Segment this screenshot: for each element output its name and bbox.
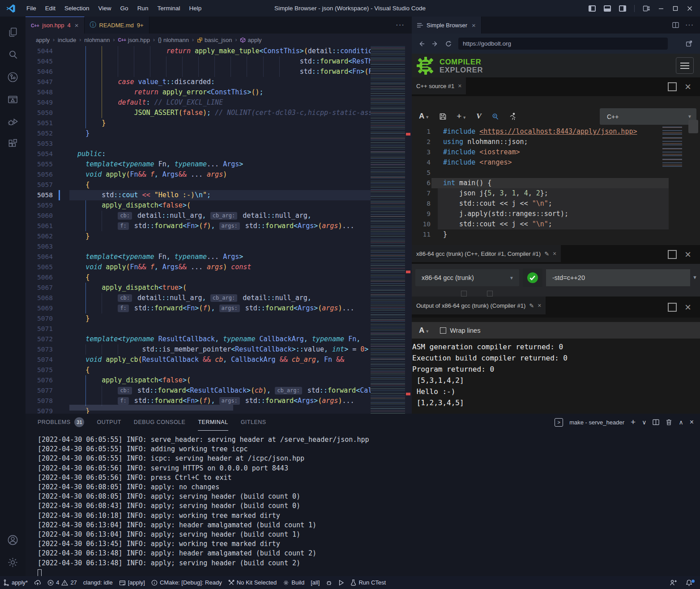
font-size-icon[interactable]: A▼	[419, 326, 429, 335]
save-icon[interactable]	[439, 113, 447, 120]
menu-run[interactable]: Run	[133, 3, 153, 13]
maximize-pane-icon[interactable]	[668, 250, 677, 259]
terminal-dropdown-icon[interactable]: ∨	[642, 419, 646, 426]
vim-mode-icon[interactable]: V	[476, 112, 481, 121]
split-terminal-icon[interactable]	[653, 419, 659, 425]
godbolt-source-editor[interactable]: 1234567891011 #include <https://localhos…	[412, 127, 700, 245]
breadcrumb-item[interactable]: include	[58, 37, 76, 43]
menu-file[interactable]: File	[22, 3, 41, 13]
run-and-debug-icon[interactable]	[2, 110, 24, 133]
kill-terminal-trash-icon[interactable]	[666, 419, 672, 426]
forward-icon[interactable]	[431, 40, 439, 47]
close-pane-icon[interactable]: ×	[538, 302, 541, 309]
tab-terminal[interactable]: TERMINAL	[198, 414, 228, 431]
window-alert-icon[interactable]	[2, 88, 24, 110]
output-pane-tab[interactable]: Output of x86-64 gcc (trunk) (Compiler #…	[412, 297, 546, 314]
extensions-icon[interactable]	[2, 133, 24, 155]
launch-button[interactable]	[335, 580, 347, 586]
close-tab-icon[interactable]: ×	[472, 21, 476, 29]
scrollbar-thumb[interactable]	[688, 120, 698, 133]
clangd-status-item[interactable]: clangd: idle	[80, 579, 116, 586]
reload-icon[interactable]	[445, 40, 452, 47]
back-icon[interactable]	[418, 40, 425, 47]
close-pane-icon[interactable]: ×	[685, 82, 691, 91]
new-terminal-icon[interactable]: +	[631, 417, 636, 427]
url-input[interactable]: https://godbolt.org	[458, 38, 668, 50]
more-actions-icon[interactable]: ···	[685, 21, 694, 29]
sync-changes-item[interactable]	[31, 580, 44, 586]
terminal-instance-label[interactable]: make - serve_header	[569, 419, 624, 426]
search-icon[interactable]	[2, 43, 24, 66]
kit-selection-item[interactable]: No Kit Selected	[225, 579, 280, 586]
tab-debug-console[interactable]: DEBUG CONSOLE	[134, 414, 186, 431]
feedback-icon[interactable]	[666, 579, 680, 586]
rename-pencil-icon[interactable]: ✎	[529, 302, 534, 309]
breadcrumb-item[interactable]: apply	[36, 37, 50, 43]
account-icon[interactable]	[2, 529, 24, 551]
open-external-icon[interactable]	[685, 40, 693, 47]
compiler-pane-tab[interactable]: x86-64 gcc (trunk) (C++, Editor #1, Comp…	[412, 245, 561, 262]
breadcrumb-item[interactable]: basic_json	[197, 37, 232, 43]
explorer-icon[interactable]	[2, 21, 24, 43]
close-pane-icon[interactable]: ×	[685, 250, 691, 259]
split-editor-icon[interactable]	[672, 22, 679, 28]
breadcrumb-item[interactable]: nlohmann	[84, 37, 110, 43]
language-select[interactable]: C++▼	[600, 108, 696, 125]
quick-bench-runner-icon[interactable]	[509, 113, 516, 120]
tab-problems[interactable]: PROBLEMS31	[38, 414, 84, 431]
close-pane-icon[interactable]: ×	[553, 250, 556, 257]
maximize-button[interactable]	[672, 5, 679, 12]
debug-button[interactable]	[323, 580, 335, 586]
settings-gear-icon[interactable]	[2, 551, 24, 573]
terminal-output[interactable]: [2022-04-30 06:05:55] INFO: serve_header…	[38, 435, 369, 577]
editor-actions-more-icon[interactable]: ···	[396, 17, 412, 34]
maximize-pane-icon[interactable]	[668, 82, 677, 91]
menu-go[interactable]: Go	[116, 3, 133, 13]
search-magnifier-icon[interactable]	[491, 113, 499, 120]
code-editor[interactable]: 5044504550465047504850495050505150525053…	[26, 46, 412, 414]
customize-layout-icon[interactable]	[643, 5, 650, 12]
menu-help[interactable]: Help	[184, 3, 206, 13]
maximize-panel-icon[interactable]: ∧	[679, 419, 683, 426]
tab-readme-md[interactable]: ⓘ README.md 9+	[85, 17, 149, 34]
close-tab-icon[interactable]: ×	[75, 21, 79, 29]
cmake-status-item[interactable]: CMake: [Debug]: Ready	[148, 579, 225, 586]
options-dropdown-icon[interactable]: ▼	[692, 275, 697, 280]
close-window-button[interactable]	[687, 5, 693, 12]
breadcrumb-item[interactable]: apply	[240, 37, 261, 43]
wrap-lines-checkbox[interactable]	[440, 327, 446, 334]
toggle-sidebar-icon[interactable]	[589, 5, 596, 12]
rename-pencil-icon[interactable]: ✎	[544, 250, 549, 257]
minimap[interactable]	[371, 46, 405, 414]
breadcrumb-item[interactable]: {}nlohmann	[158, 37, 189, 43]
close-panel-icon[interactable]: ×	[690, 418, 694, 426]
maximize-pane-icon[interactable]	[668, 303, 677, 312]
menu-edit[interactable]: Edit	[41, 3, 60, 13]
add-pane-icon[interactable]: +▼	[457, 111, 466, 121]
horizontal-scrollbar[interactable]	[69, 405, 233, 411]
tab-json-hpp[interactable]: C++ json.hpp 4 ×	[26, 17, 85, 34]
build-button[interactable]: Build	[280, 579, 307, 586]
font-size-icon[interactable]: A▼	[419, 112, 429, 121]
source-pane-tab[interactable]: C++ source #1×	[412, 77, 466, 94]
problems-status-item[interactable]: 4 27	[44, 579, 80, 586]
breadcrumb-item[interactable]: C++json.hpp	[118, 37, 150, 43]
close-pane-icon[interactable]: ×	[458, 82, 461, 89]
menu-view[interactable]: View	[94, 3, 116, 13]
notifications-bell-icon[interactable]	[683, 579, 696, 586]
toggle-panel-icon[interactable]	[604, 5, 611, 12]
source-control-icon[interactable]	[2, 66, 24, 88]
hamburger-menu-icon[interactable]	[676, 57, 694, 74]
compiler-select[interactable]: x86-64 gcc (trunk)▼	[415, 269, 519, 286]
menu-selection[interactable]: Selection	[60, 3, 94, 13]
cmake-project-item[interactable]: [apply]	[116, 579, 148, 586]
close-pane-icon[interactable]: ×	[685, 303, 691, 312]
toggle-secondary-sidebar-icon[interactable]	[619, 5, 626, 12]
minimize-button[interactable]	[658, 5, 664, 12]
compiler-options-input[interactable]: -std=c++20	[546, 269, 690, 286]
tab-gitlens[interactable]: GITLENS	[241, 414, 266, 431]
ctest-button[interactable]: Run CTest	[347, 579, 389, 586]
tab-simple-browser[interactable]: Simple Browser ×	[412, 17, 482, 34]
menu-terminal[interactable]: Terminal	[153, 3, 184, 13]
tab-output[interactable]: OUTPUT	[97, 414, 121, 431]
